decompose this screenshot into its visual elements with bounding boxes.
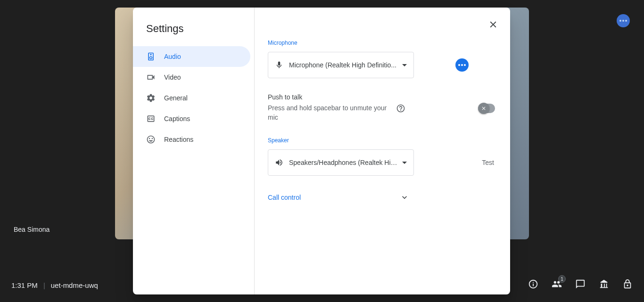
push-to-talk-title: Push to talk — [268, 93, 499, 101]
sidebar-item-general[interactable]: General — [133, 88, 250, 108]
help-icon[interactable] — [396, 104, 405, 115]
settings-title: Settings — [133, 19, 254, 46]
toggle-knob — [478, 103, 489, 114]
mic-level-indicator — [455, 58, 469, 72]
close-icon — [488, 19, 498, 30]
chevron-down-icon — [400, 193, 409, 202]
info-icon[interactable] — [528, 279, 538, 291]
microphone-selected: Microphone (Realtek High Definitio... — [289, 61, 398, 69]
call-control-label: Call control — [268, 194, 301, 201]
sidebar-item-video[interactable]: Video — [133, 67, 250, 88]
speaker-label: Speaker — [268, 137, 499, 144]
push-to-talk-toggle[interactable] — [478, 104, 495, 113]
divider: | — [43, 281, 45, 289]
sidebar-label: Captions — [164, 115, 190, 122]
caret-down-icon — [402, 162, 407, 164]
microphone-label: Microphone — [268, 40, 499, 46]
meeting-code: uet-mdme-uwq — [51, 281, 98, 289]
sidebar-item-captions[interactable]: Captions — [133, 108, 250, 129]
speaker-icon — [275, 158, 283, 167]
speaker-selected: Speakers/Headphones (Realtek Hig... — [289, 159, 398, 166]
test-speaker-button[interactable]: Test — [482, 159, 494, 166]
activities-icon[interactable] — [599, 279, 609, 291]
gear-icon — [146, 93, 156, 103]
sidebar-item-audio[interactable]: Audio — [133, 46, 250, 67]
captions-icon — [146, 114, 156, 123]
push-to-talk-description: Press and hold spacebar to unmute your m… — [268, 104, 390, 122]
emoji-icon — [146, 135, 156, 144]
close-button[interactable] — [484, 15, 503, 34]
settings-modal: Settings Audio Video General Captions Re… — [133, 8, 510, 294]
lock-icon[interactable] — [622, 279, 633, 291]
settings-sidebar: Settings Audio Video General Captions Re… — [133, 8, 255, 294]
sidebar-label: Video — [164, 73, 181, 81]
sidebar-label: Audio — [164, 53, 181, 60]
settings-content: Microphone Microphone (Realtek High Defi… — [255, 8, 510, 294]
caret-down-icon — [402, 64, 407, 66]
people-icon[interactable]: 1 — [552, 279, 562, 291]
sidebar-item-reactions[interactable]: Reactions — [133, 129, 250, 150]
people-count-badge: 1 — [558, 275, 566, 283]
sidebar-label: General — [164, 94, 188, 102]
sidebar-label: Reactions — [164, 136, 193, 143]
call-control-expand[interactable]: Call control — [268, 193, 409, 202]
speaker-device-icon — [146, 52, 156, 61]
speaker-dropdown[interactable]: Speakers/Headphones (Realtek Hig... — [268, 149, 414, 176]
mic-icon — [275, 61, 283, 69]
clock-time: 1:31 PM — [11, 281, 38, 289]
loading-indicator — [617, 14, 630, 27]
chat-icon[interactable] — [575, 279, 586, 291]
videocam-icon — [146, 73, 156, 82]
microphone-dropdown[interactable]: Microphone (Realtek High Definitio... — [268, 52, 414, 78]
participant-name: Bea Simona — [14, 226, 50, 233]
